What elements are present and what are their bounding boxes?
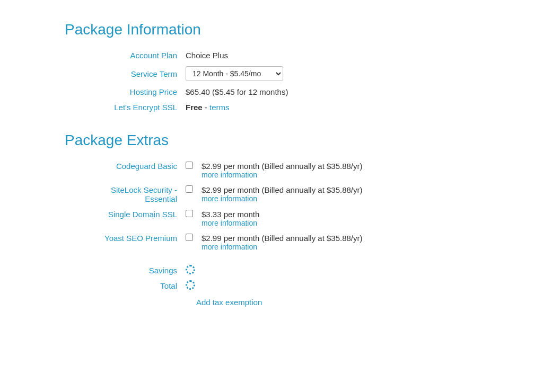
extras-row: Codeguard Basic$2.99 per month (Billed a… [65,158,478,182]
total-value-cell [181,278,478,293]
extras-checkbox-3[interactable] [186,234,193,241]
total-label: Total [65,278,181,293]
account-plan-value: Choice Plus [181,48,478,63]
extras-checkbox-cell-0 [181,158,197,182]
package-info-table: Account Plan Choice Plus Service Term 12… [65,48,478,115]
extras-price-1: $2.99 per month (Billed annually at $35.… [202,185,363,194]
extras-checkbox-2[interactable] [186,210,193,217]
more-info-link-3[interactable]: more information [202,243,474,251]
page-container: Package Information Account Plan Choice … [65,21,478,371]
savings-value-cell [181,263,478,278]
extras-price-3: $2.99 per month (Billed annually at $35.… [202,234,363,243]
package-extras-title: Package Extras [65,132,478,149]
tax-exemption-row: Add tax exemption [65,293,478,309]
ssl-row: Let's Encrypt SSL Free - terms [65,100,478,115]
service-term-row: Service Term 12 Month - $5.45/mo 24 Mont… [65,63,478,84]
hosting-price-label: Hosting Price [65,84,181,100]
extras-label-3: Yoast SEO Premium [65,230,181,254]
extras-checkbox-cell-3 [181,230,197,254]
more-info-link-0[interactable]: more information [202,171,474,179]
tax-exemption-cell: Add tax exemption [65,293,478,309]
ssl-terms-link[interactable]: terms [209,103,230,112]
extras-label-1: SiteLock Security -Essential [65,182,181,207]
package-info-title: Package Information [65,21,478,38]
service-term-select[interactable]: 12 Month - $5.45/mo 24 Month - $4.95/mo … [186,66,283,81]
savings-row: Savings [65,263,478,278]
extras-row: SiteLock Security -Essential$2.99 per mo… [65,182,478,207]
extras-value-0: $2.99 per month (Billed annually at $35.… [197,158,478,182]
extras-row: Yoast SEO Premium$2.99 per month (Billed… [65,230,478,254]
extras-price-2: $3.33 per month [202,210,259,219]
hosting-price-row: Hosting Price $65.40 ($5.45 for 12 month… [65,84,478,100]
extras-label-2: Single Domain SSL [65,207,181,230]
account-plan-label: Account Plan [65,48,181,63]
extras-row: Single Domain SSL$3.33 per monthmore inf… [65,207,478,230]
savings-spinner [186,265,195,274]
extras-label-0: Codeguard Basic [65,158,181,182]
package-extras-table: Codeguard Basic$2.99 per month (Billed a… [65,158,478,254]
account-plan-row: Account Plan Choice Plus [65,48,478,63]
ssl-value-cell: Free - terms [181,100,478,115]
extras-checkbox-1[interactable] [186,185,193,193]
savings-total-table: Savings Total Add tax exemption [65,263,478,309]
extras-value-2: $3.33 per monthmore information [197,207,478,230]
extras-checkbox-cell-2 [181,207,197,230]
savings-label: Savings [65,263,181,278]
extras-checkbox-0[interactable] [186,162,193,169]
ssl-label: Let's Encrypt SSL [65,100,181,115]
extras-checkbox-cell-1 [181,182,197,207]
add-tax-exemption-link[interactable]: Add tax exemption [196,298,262,307]
ssl-dash: - [203,103,209,112]
service-term-label: Service Term [65,63,181,84]
more-info-link-1[interactable]: more information [202,194,474,203]
extras-price-0: $2.99 per month (Billed annually at $35.… [202,162,363,171]
more-info-link-2[interactable]: more information [202,219,474,227]
total-spinner [186,280,195,290]
extras-value-1: $2.99 per month (Billed annually at $35.… [197,182,478,207]
extras-value-3: $2.99 per month (Billed annually at $35.… [197,230,478,254]
service-term-value-cell: 12 Month - $5.45/mo 24 Month - $4.95/mo … [181,63,478,84]
total-row: Total [65,278,478,293]
hosting-price-value: $65.40 ($5.45 for 12 months) [181,84,478,100]
ssl-free-text: Free [186,103,203,112]
